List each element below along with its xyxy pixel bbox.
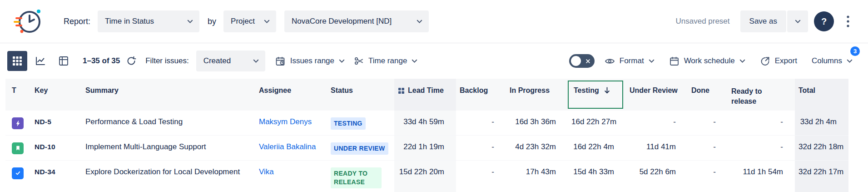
table-row: ND-34 Explore Dockerization for Local De… bbox=[5, 160, 848, 192]
table-header: T Key Summary Assignee Status Lead Time … bbox=[5, 79, 848, 111]
calendar-clock-icon bbox=[275, 56, 286, 66]
column-header-key[interactable]: Key bbox=[31, 79, 82, 111]
time-range-button[interactable]: Time range bbox=[349, 51, 422, 71]
table-view-button[interactable] bbox=[7, 51, 27, 71]
backlog-cell: - bbox=[456, 160, 506, 192]
format-label: Format bbox=[620, 56, 644, 66]
column-header-in-progress[interactable]: In Progress bbox=[506, 79, 568, 111]
column-header-summary[interactable]: Summary bbox=[82, 79, 255, 111]
ready-to-release-cell: - bbox=[728, 135, 795, 160]
assignee-link[interactable]: Maksym Denys bbox=[259, 117, 312, 126]
table-grid-icon bbox=[13, 56, 22, 66]
column-header-under-review[interactable]: Under Review bbox=[626, 79, 688, 111]
ready-to-release-cell: - bbox=[728, 111, 795, 135]
export-label: Export bbox=[775, 56, 797, 66]
total-cell: 33d 2h 4m bbox=[795, 111, 848, 135]
toggle-off-x-icon bbox=[586, 59, 590, 63]
filter-select[interactable]: Created bbox=[196, 51, 265, 71]
eye-icon bbox=[605, 56, 615, 66]
view-switcher bbox=[7, 51, 74, 71]
in-progress-cell: 4d 23h 32m bbox=[506, 135, 568, 160]
column-header-total[interactable]: Total bbox=[795, 79, 848, 111]
in-progress-cell: 16d 3h 36m bbox=[506, 111, 568, 135]
in-progress-cell: 17h 43m bbox=[506, 160, 568, 192]
toggle-switch[interactable] bbox=[569, 54, 595, 68]
export-button[interactable]: Export bbox=[755, 51, 802, 71]
status-badge: TESTING bbox=[331, 117, 366, 130]
chevron-down-icon bbox=[187, 20, 193, 24]
table-body: ND-5 Performance & Load Testing Maksym D… bbox=[5, 111, 848, 192]
assignee-link[interactable]: Valeriia Bakalina bbox=[259, 142, 316, 151]
pivot-view-button[interactable] bbox=[54, 51, 74, 71]
done-cell: - bbox=[688, 160, 728, 192]
report-type-value: Time in Status bbox=[105, 17, 154, 26]
toolbar-right-actions: Format Work schedule Export Columns 3 bbox=[569, 51, 857, 71]
table-row: ND-10 Implement Multi-Language Support V… bbox=[5, 135, 848, 160]
story-issue-type-icon bbox=[12, 142, 24, 154]
project-select[interactable]: NovaCore Development [ND] bbox=[284, 10, 429, 32]
assignee-link[interactable]: Vika bbox=[259, 167, 274, 176]
column-header-lead-time[interactable]: Lead Time bbox=[394, 79, 456, 111]
chevron-down-icon bbox=[739, 59, 745, 63]
report-label: Report: bbox=[64, 17, 90, 26]
chart-view-button[interactable] bbox=[30, 51, 50, 71]
filter-value: Created bbox=[203, 56, 231, 66]
refresh-button[interactable] bbox=[123, 52, 140, 70]
column-header-status[interactable]: Status bbox=[327, 79, 394, 111]
save-as-dropdown-button[interactable] bbox=[787, 10, 808, 32]
report-type-select[interactable]: Time in Status bbox=[98, 10, 199, 32]
ready-to-release-cell: 11d 1h 54m bbox=[728, 160, 795, 192]
column-header-assignee[interactable]: Assignee bbox=[255, 79, 327, 111]
export-icon bbox=[760, 56, 770, 66]
total-cell: 32d 22h 17m bbox=[795, 160, 848, 192]
work-schedule-button[interactable]: Work schedule bbox=[665, 51, 750, 71]
column-header-ready-to-release[interactable]: Ready to release bbox=[728, 79, 795, 111]
report-toolbar: 1–35 of 35 Filter issues: Created Issues… bbox=[0, 43, 868, 79]
issue-summary: Implement Multi-Language Support bbox=[85, 142, 206, 151]
save-as-button[interactable]: Save as bbox=[740, 10, 786, 32]
column-header-done[interactable]: Done bbox=[688, 79, 728, 111]
testing-cell: 15d 4h 33m bbox=[568, 160, 626, 192]
backlog-cell: - bbox=[456, 111, 506, 135]
columns-count-badge: 3 bbox=[849, 45, 861, 57]
scope-select[interactable]: Project bbox=[223, 10, 276, 32]
lead-time-icon bbox=[398, 87, 405, 94]
under-review-cell: 11d 41m bbox=[626, 135, 688, 160]
table-row: ND-5 Performance & Load Testing Maksym D… bbox=[5, 111, 848, 135]
project-value: NovaCore Development [ND] bbox=[292, 17, 392, 26]
chevron-down-icon bbox=[649, 59, 655, 63]
issue-summary: Performance & Load Testing bbox=[85, 117, 183, 126]
column-header-type[interactable]: T bbox=[5, 79, 31, 111]
more-menu-button[interactable] bbox=[840, 11, 856, 31]
under-review-cell: 5d 22h 6m bbox=[626, 160, 688, 192]
chevron-down-icon bbox=[847, 59, 853, 63]
app-header: Report: Time in Status by Project NovaCo… bbox=[0, 0, 868, 43]
header-actions: Unsaved preset Save as ? bbox=[675, 10, 856, 32]
chevron-down-icon bbox=[417, 20, 422, 24]
chevron-down-icon bbox=[412, 59, 417, 63]
column-header-backlog[interactable]: Backlog bbox=[456, 79, 506, 111]
chevron-down-icon bbox=[795, 20, 801, 24]
sorted-column-highlight bbox=[568, 81, 623, 109]
lead-time-cell: 15d 22h 20m bbox=[394, 160, 456, 192]
vertical-ellipsis-icon bbox=[847, 15, 849, 27]
lead-time-cell: 33d 4h 59m bbox=[394, 111, 456, 135]
task-issue-type-icon bbox=[12, 167, 24, 179]
total-cell: 32d 22h 18m bbox=[795, 135, 848, 160]
calendar-icon bbox=[669, 56, 680, 66]
format-button[interactable]: Format bbox=[600, 51, 659, 71]
sort-descending-icon bbox=[604, 87, 610, 94]
chevron-down-icon bbox=[253, 59, 259, 63]
result-count: 1–35 of 35 bbox=[83, 56, 120, 66]
toggle-knob bbox=[571, 56, 581, 66]
help-button[interactable]: ? bbox=[814, 11, 834, 31]
testing-cell: 16d 22h 4m bbox=[568, 135, 626, 160]
bolt-issue-type-icon bbox=[12, 117, 24, 129]
under-review-cell: - bbox=[626, 111, 688, 135]
backlog-cell: - bbox=[456, 135, 506, 160]
issues-range-button[interactable]: Issues range bbox=[271, 51, 349, 71]
time-range-label: Time range bbox=[368, 56, 407, 66]
done-cell: - bbox=[688, 111, 728, 135]
column-header-testing[interactable]: Testing bbox=[568, 79, 626, 111]
lead-time-cell: 22d 1h 19m bbox=[394, 135, 456, 160]
